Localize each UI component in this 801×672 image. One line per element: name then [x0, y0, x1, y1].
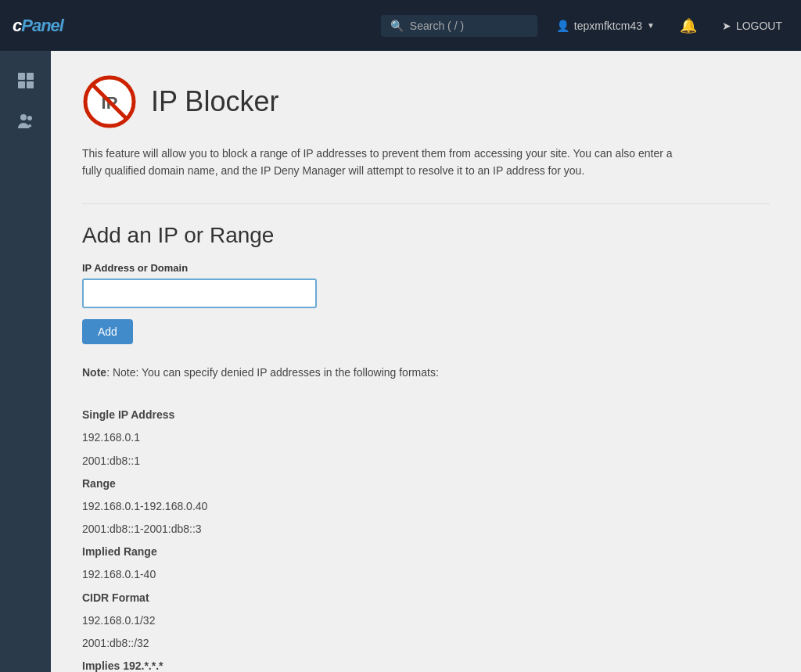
- add-button[interactable]: Add: [82, 319, 133, 344]
- layout: IP IP Blocker This feature will allow yo…: [0, 51, 801, 672]
- user-icon: 👤: [556, 20, 569, 32]
- grid-icon: [16, 71, 35, 90]
- svg-point-4: [20, 114, 27, 120]
- page-title: IP Blocker: [151, 85, 278, 118]
- range-1: 192.168.0.1-192.168.0.40: [82, 497, 770, 516]
- cidr-1: 192.168.0.1/32: [82, 611, 770, 631]
- main-content: IP IP Blocker This feature will allow yo…: [51, 51, 801, 672]
- sidebar: [0, 51, 51, 672]
- logout-icon: ➤: [722, 20, 731, 32]
- page-icon: IP: [82, 74, 137, 129]
- search-placeholder: Search ( / ): [410, 20, 464, 32]
- logout-label: LOGOUT: [736, 20, 782, 32]
- section-title: Add an IP or Range: [82, 223, 770, 248]
- page-header: IP IP Blocker: [82, 74, 770, 129]
- sidebar-item-users[interactable]: [9, 104, 43, 138]
- svg-rect-3: [27, 81, 34, 88]
- users-icon: [16, 112, 35, 131]
- cidr-label: CIDR Format: [82, 588, 770, 608]
- chevron-down-icon: ▼: [647, 21, 655, 30]
- user-menu[interactable]: 👤 tepxmfktcm43 ▼: [550, 20, 661, 32]
- page-description: This feature will allow you to block a r…: [82, 145, 692, 180]
- svg-rect-1: [27, 73, 34, 80]
- divider: [82, 203, 770, 204]
- logo[interactable]: cPanel: [13, 16, 63, 36]
- implied-label: Implied Range: [82, 542, 770, 562]
- sidebar-item-home[interactable]: [9, 63, 43, 98]
- ip-label: IP Address or Domain: [82, 262, 770, 274]
- svg-rect-0: [18, 73, 25, 80]
- notifications-bell[interactable]: 🔔: [673, 17, 703, 34]
- logout-button[interactable]: ➤ LOGOUT: [716, 20, 788, 32]
- note-intro: Note: Note: You can specify denied IP ad…: [82, 363, 770, 383]
- search-icon: 🔍: [390, 20, 404, 32]
- header: cPanel 🔍 Search ( / ) 👤 tepxmfktcm43 ▼ 🔔…: [0, 0, 801, 51]
- range-2: 2001:db8::1-2001:db8::3: [82, 519, 770, 539]
- search-bar[interactable]: 🔍 Search ( / ): [381, 15, 537, 37]
- single-ip-2: 2001:db8::1: [82, 451, 770, 471]
- implies-label: Implies 192.*.*.*: [82, 656, 770, 672]
- single-ip-label: Single IP Address: [82, 405, 770, 425]
- ip-input[interactable]: [82, 279, 317, 308]
- single-ip-1: 192.168.0.1: [82, 428, 770, 447]
- range-label: Range: [82, 474, 770, 494]
- svg-rect-2: [18, 81, 25, 88]
- notes-block: Note: Note: You can specify denied IP ad…: [82, 363, 770, 672]
- username: tepxmfktcm43: [574, 20, 642, 32]
- cidr-2: 2001:db8::/32: [82, 634, 770, 653]
- ip-blocker-icon: IP: [82, 74, 137, 129]
- svg-point-5: [27, 116, 32, 120]
- implied-1: 192.168.0.1-40: [82, 565, 770, 584]
